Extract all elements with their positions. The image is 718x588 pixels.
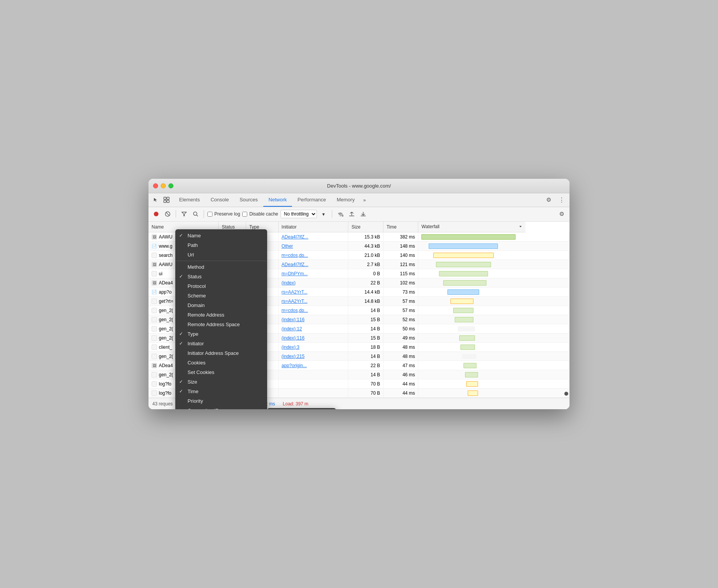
tab-console[interactable]: Console bbox=[205, 193, 234, 207]
menu-item-set-cookies[interactable]: Set Cookies bbox=[175, 368, 267, 377]
tab-network[interactable]: Network bbox=[263, 193, 292, 207]
close-button[interactable] bbox=[153, 183, 158, 188]
menu-item-domain[interactable]: Domain bbox=[175, 301, 267, 310]
network-settings-icon[interactable]: ⚙ bbox=[556, 209, 566, 219]
download-icon[interactable] bbox=[359, 209, 368, 219]
inspect-icon[interactable] bbox=[162, 196, 171, 204]
svg-rect-3 bbox=[167, 200, 169, 203]
menu-item-path[interactable]: Path bbox=[175, 240, 267, 250]
menu-item-method[interactable]: Method bbox=[175, 262, 267, 272]
tab-sources[interactable]: Sources bbox=[234, 193, 263, 207]
menu-item-size[interactable]: Size bbox=[175, 377, 267, 387]
svg-point-4 bbox=[154, 212, 158, 216]
disable-cache-checkbox[interactable] bbox=[242, 212, 247, 217]
maximize-button[interactable] bbox=[168, 183, 173, 188]
separator-1 bbox=[175, 261, 267, 261]
menu-item-connection-id[interactable]: Connection ID bbox=[175, 406, 267, 410]
settings-icon[interactable]: ⚙ bbox=[543, 195, 553, 205]
search-icon[interactable] bbox=[191, 209, 200, 219]
menu-item-initiator-address-space[interactable]: Initiator Address Space bbox=[175, 348, 267, 358]
titlebar: DevTools - www.google.com/ bbox=[148, 179, 570, 193]
svg-line-10 bbox=[342, 216, 343, 216]
preserve-log-label[interactable]: Preserve log bbox=[207, 211, 240, 217]
disable-cache-label[interactable]: Disable cache bbox=[242, 211, 278, 217]
more-tabs-button[interactable]: » bbox=[360, 197, 369, 203]
divider-2 bbox=[204, 210, 204, 218]
record-stop-button[interactable] bbox=[152, 209, 161, 219]
menu-item-url[interactable]: Url bbox=[175, 250, 267, 260]
menu-item-protocol[interactable]: Protocol bbox=[175, 281, 267, 291]
clear-button[interactable] bbox=[163, 209, 172, 219]
menu-item-cookies[interactable]: Cookies bbox=[175, 358, 267, 368]
traffic-lights bbox=[153, 183, 173, 188]
menu-item-remote-address-space[interactable]: Remote Address Space bbox=[175, 320, 267, 329]
content-area: Name Status Type Initiator Size Time Wat… bbox=[148, 222, 570, 410]
divider-1 bbox=[176, 210, 176, 218]
menu-item-initiator[interactable]: Initiator bbox=[175, 339, 267, 348]
menu-item-priority[interactable]: Priority bbox=[175, 396, 267, 406]
minimize-button[interactable] bbox=[161, 183, 166, 188]
waterfall-submenu: Start Time Response Time End Time Total … bbox=[267, 408, 336, 410]
devtools-window: DevTools - www.google.com/ Elements bbox=[148, 179, 570, 410]
tab-elements[interactable]: Elements bbox=[174, 193, 205, 207]
svg-line-6 bbox=[166, 212, 169, 216]
svg-line-8 bbox=[197, 215, 198, 217]
svg-rect-2 bbox=[164, 200, 166, 203]
throttle-select[interactable]: No throttling bbox=[281, 210, 317, 218]
filter-icon[interactable] bbox=[180, 209, 189, 219]
menu-item-time[interactable]: Time bbox=[175, 387, 267, 396]
tab-performance[interactable]: Performance bbox=[292, 193, 331, 207]
menu-item-name[interactable]: Name bbox=[175, 231, 267, 240]
menu-item-type[interactable]: Type bbox=[175, 329, 267, 339]
upload-icon[interactable] bbox=[347, 209, 356, 219]
more-options-icon[interactable]: ⋮ bbox=[556, 195, 566, 205]
window-title: DevTools - www.google.com/ bbox=[327, 183, 391, 189]
svg-rect-1 bbox=[167, 197, 169, 199]
menu-item-scheme[interactable]: Scheme bbox=[175, 291, 267, 301]
context-menu: Name Path Url Method Status Protocol bbox=[175, 229, 267, 410]
menu-item-remote-address[interactable]: Remote Address bbox=[175, 310, 267, 320]
tabs-bar: Elements Console Sources Network Perform… bbox=[148, 193, 570, 207]
preserve-log-checkbox[interactable] bbox=[207, 212, 212, 217]
tab-memory[interactable]: Memory bbox=[331, 193, 360, 207]
nav-icons bbox=[152, 196, 171, 204]
toolbar: Preserve log Disable cache No throttling… bbox=[148, 207, 570, 222]
cursor-icon[interactable] bbox=[152, 196, 160, 204]
menu-item-status[interactable]: Status bbox=[175, 272, 267, 281]
wifi-icon[interactable] bbox=[336, 209, 345, 219]
tab-settings: ⚙ ⋮ bbox=[543, 195, 566, 205]
context-menu-overlay[interactable]: Name Path Url Method Status Protocol bbox=[148, 222, 570, 410]
svg-point-7 bbox=[194, 212, 197, 216]
throttle-dropdown-icon[interactable]: ▾ bbox=[319, 209, 328, 219]
divider-3 bbox=[332, 210, 332, 218]
svg-rect-0 bbox=[164, 197, 166, 199]
